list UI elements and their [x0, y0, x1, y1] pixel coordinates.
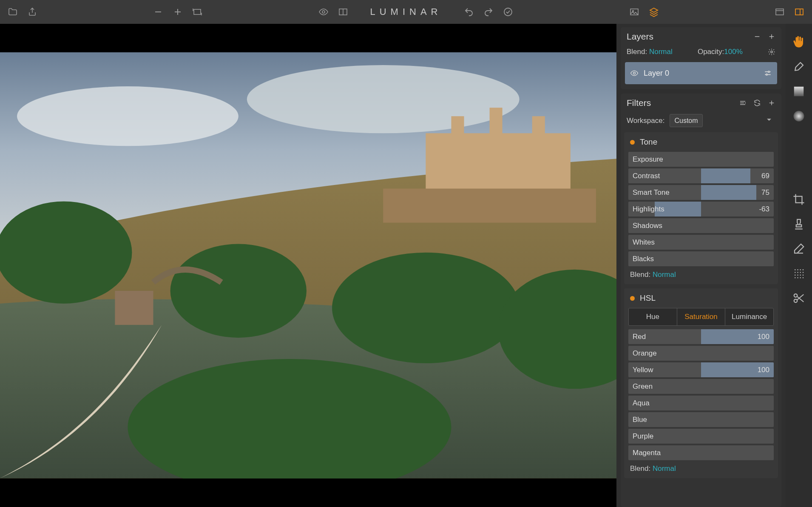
svg-rect-7 [795, 9, 803, 15]
svg-point-10 [247, 65, 520, 133]
slider-highlights[interactable]: Highlights-63 [628, 202, 774, 216]
radial-tool-icon[interactable] [792, 110, 805, 122]
zoom-out-icon[interactable] [153, 7, 163, 17]
top-toolbar: LUMINAR [0, 0, 812, 24]
history-check-icon[interactable] [503, 7, 513, 17]
slider-green[interactable]: Green [628, 379, 774, 394]
slider-red[interactable]: Red100 [628, 329, 774, 344]
slider-label: Blue [633, 416, 647, 424]
svg-rect-12 [451, 117, 464, 138]
slider-label: Shadows [633, 222, 662, 230]
folder-icon[interactable] [8, 7, 18, 17]
side-panels: Layers Blend: Normal Opacity:100% Layer [616, 24, 786, 507]
filter-blend-row: Blend: Normal [624, 268, 778, 284]
compare-split-icon[interactable] [338, 7, 348, 17]
filter-header[interactable]: HSL [624, 288, 778, 308]
crop-tool-icon[interactable] [792, 193, 805, 206]
svg-point-39 [803, 275, 804, 276]
slider-blue[interactable]: Blue [628, 412, 774, 427]
layer-blend-value[interactable]: Normal [649, 48, 673, 56]
svg-point-17 [170, 244, 307, 338]
slider-orange[interactable]: Orange [628, 346, 774, 361]
filter-blend-value[interactable]: Normal [653, 271, 676, 279]
slider-label: Magenta [633, 449, 661, 457]
eraser-tool-icon[interactable] [792, 242, 805, 255]
filter-reset-icon[interactable] [753, 99, 761, 107]
hand-tool-icon[interactable] [792, 36, 805, 48]
filter-blend-value[interactable]: Normal [653, 464, 676, 473]
svg-rect-11 [426, 134, 570, 193]
slider-label: Purple [633, 432, 653, 441]
svg-point-23 [633, 72, 636, 74]
layer-opacity-value[interactable]: 100% [724, 48, 742, 56]
image-canvas[interactable] [0, 24, 616, 507]
svg-point-31 [803, 269, 804, 271]
svg-point-36 [795, 275, 796, 276]
slider-shadows[interactable]: Shadows [628, 218, 774, 233]
add-layer-icon[interactable] [768, 33, 775, 40]
preview-eye-icon[interactable] [318, 7, 329, 17]
gradient-tool-icon[interactable] [792, 85, 805, 98]
slider-blacks[interactable]: Blacks [628, 251, 774, 266]
layer-settings-gear-icon[interactable] [768, 48, 775, 56]
fit-screen-icon[interactable] [192, 7, 202, 17]
scissors-tool-icon[interactable] [792, 292, 805, 305]
svg-point-24 [768, 71, 769, 72]
svg-point-41 [797, 277, 798, 279]
add-filter-icon[interactable] [768, 99, 775, 107]
svg-rect-15 [383, 189, 596, 223]
tab-saturation[interactable]: Saturation [677, 308, 725, 325]
slider-aqua[interactable]: Aqua [628, 396, 774, 410]
tool-strip [786, 24, 812, 507]
svg-point-29 [797, 269, 798, 271]
filter-preset-icon[interactable] [739, 99, 747, 107]
slider-whites[interactable]: Whites [628, 235, 774, 250]
tab-hue[interactable]: Hue [629, 308, 677, 325]
undo-icon[interactable] [464, 7, 474, 17]
tab-luminance[interactable]: Luminance [725, 308, 773, 325]
layers-panel: Layers Blend: Normal Opacity:100% Layer [621, 27, 781, 89]
svg-point-18 [332, 253, 520, 363]
svg-point-1 [322, 11, 325, 13]
layer-name: Layer 0 [644, 69, 669, 78]
svg-point-34 [800, 272, 801, 273]
svg-point-33 [797, 272, 798, 273]
svg-rect-14 [490, 108, 503, 137]
image-icon[interactable] [629, 7, 639, 17]
slider-purple[interactable]: Purple [628, 429, 774, 444]
share-icon[interactable] [27, 7, 37, 17]
slider-yellow[interactable]: Yellow100 [628, 362, 774, 377]
zoom-in-icon[interactable] [173, 7, 183, 17]
denoise-tool-icon[interactable] [792, 267, 805, 280]
svg-point-37 [797, 275, 798, 276]
layer-visibility-icon[interactable] [630, 69, 639, 77]
slider-contrast[interactable]: Contrast69 [628, 168, 774, 183]
brush-tool-icon[interactable] [792, 60, 805, 73]
layer-opacity-label: Opacity: [698, 48, 724, 56]
slider-magenta[interactable]: Magenta [628, 445, 774, 460]
slider-value: -63 [759, 205, 769, 214]
layer-item[interactable]: Layer 0 [625, 62, 777, 84]
filter-active-dot-icon [630, 296, 635, 301]
svg-rect-21 [115, 291, 153, 325]
svg-rect-26 [794, 87, 804, 97]
slider-exposure[interactable]: Exposure [628, 152, 774, 167]
svg-point-44 [794, 294, 798, 297]
svg-rect-6 [776, 9, 784, 15]
svg-point-32 [795, 272, 796, 273]
workspace-select[interactable]: Custom [670, 114, 703, 127]
panel-layout-b-icon[interactable] [794, 7, 804, 17]
filter-header[interactable]: Tone [624, 132, 778, 152]
svg-point-27 [794, 111, 804, 122]
layer-adjust-icon[interactable] [764, 69, 772, 77]
slider-smart-tone[interactable]: Smart Tone75 [628, 185, 774, 200]
svg-point-43 [803, 277, 804, 279]
panel-layout-a-icon[interactable] [775, 7, 785, 17]
filters-panel: Filters Workspace: Custom ToneExposureCo… [621, 94, 781, 507]
stamp-tool-icon[interactable] [792, 218, 805, 231]
app-title: LUMINAR [370, 6, 442, 17]
layers-stack-icon[interactable] [649, 7, 659, 17]
collapse-panel-icon[interactable] [753, 33, 761, 40]
redo-icon[interactable] [483, 7, 494, 17]
svg-point-30 [800, 269, 801, 271]
